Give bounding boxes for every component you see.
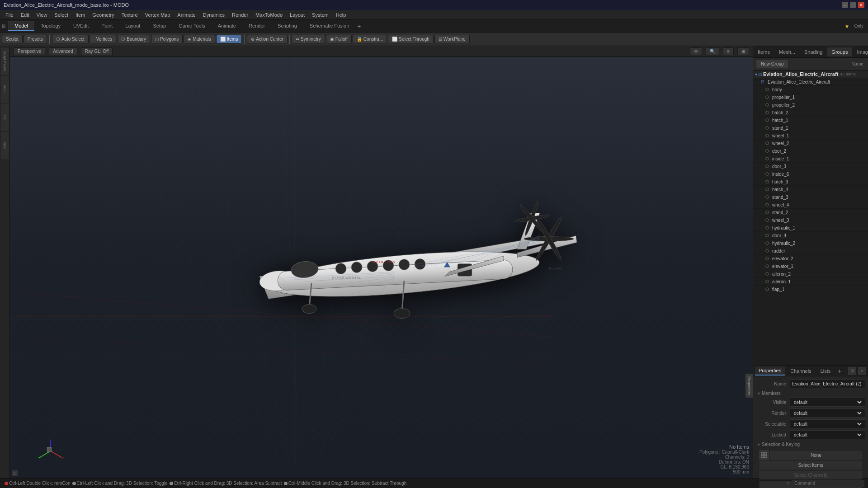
left-panel-btn-4[interactable]: View: [1, 132, 9, 159]
tab-render[interactable]: Render: [242, 21, 271, 31]
menu-geometry[interactable]: Geometry: [89, 11, 118, 19]
properties-tab-channels[interactable]: Channels: [787, 367, 815, 375]
actioncenter-button[interactable]: ⊕ Action Center: [247, 35, 288, 43]
viewport-type-button[interactable]: Perspective: [14, 47, 45, 55]
list-item[interactable]: ⬡ wheel_4: [753, 201, 868, 209]
menu-texture[interactable]: Texture: [118, 11, 142, 19]
constrain-button[interactable]: 🔒 Constra...: [353, 35, 387, 43]
viewport[interactable]: Perspective Advanced Ray GL: Off ⚙ 🔍 ≡ ⊞: [10, 46, 753, 478]
tab-topology[interactable]: Topology: [34, 21, 67, 31]
none-button[interactable]: None: [770, 451, 862, 460]
menu-edit[interactable]: Edit: [17, 11, 33, 19]
menu-vertexmap[interactable]: Vertex Map: [142, 11, 174, 19]
tab-animate[interactable]: Animate: [212, 21, 242, 31]
tab-uvedit[interactable]: UVEdit: [67, 21, 95, 31]
viewport-raygl-button[interactable]: Ray GL: Off: [81, 47, 113, 55]
properties-menu-btn[interactable]: ≡: [858, 367, 866, 375]
left-panel-btn-3[interactable]: UV: [1, 104, 9, 131]
list-item[interactable]: ⬡ rudder: [753, 247, 868, 255]
minimize-button[interactable]: ─: [842, 2, 848, 8]
list-item[interactable]: ⬡ wheel_2: [753, 140, 868, 147]
list-item[interactable]: ⬡ door_3: [753, 163, 868, 170]
properties-tab-properties[interactable]: Properties: [755, 366, 785, 375]
prop-selectable-select[interactable]: defaultonoff: [792, 421, 863, 427]
left-panel-btn-2[interactable]: Items: [1, 76, 9, 103]
list-item[interactable]: ⬡ hydraulic_1: [753, 224, 868, 232]
prop-locked-select[interactable]: defaultonoff: [792, 432, 863, 438]
symmetry-button[interactable]: ⇔ Symmetry: [292, 35, 325, 43]
selectthrough-button[interactable]: ⬜ Select Through: [388, 35, 434, 43]
list-item[interactable]: ⬡ door_4: [753, 232, 868, 239]
properties-side-tab[interactable]: Properties: [745, 374, 753, 398]
menu-layout[interactable]: Layout: [286, 11, 308, 19]
menu-render[interactable]: Render: [228, 11, 252, 19]
menu-help[interactable]: Help: [332, 11, 350, 19]
tab-scripting[interactable]: Scripting: [271, 21, 303, 31]
menu-dynamics[interactable]: Dynamics: [199, 11, 228, 19]
menu-item[interactable]: Item: [72, 11, 89, 19]
list-item[interactable]: ⬡ inside_6: [753, 170, 868, 178]
menu-maxtomodo[interactable]: MaxToModo: [252, 11, 286, 19]
select-items-button[interactable]: Select Items: [760, 461, 862, 469]
prop-visible-select[interactable]: defaultonoff: [792, 399, 863, 405]
list-item[interactable]: ⬡ elevator_1: [753, 263, 868, 270]
prop-render-value[interactable]: defaultonoff: [790, 408, 865, 418]
menu-animate[interactable]: Animate: [174, 11, 199, 19]
viewport-advanced-button[interactable]: Advanced: [49, 47, 77, 55]
list-item[interactable]: ⬡ hatch_3: [753, 178, 868, 186]
list-item[interactable]: ⬡ stand_3: [753, 193, 868, 201]
items-list[interactable]: ▾ ⊡ Eviation_Alice_Electric_Aircraft 45 …: [753, 70, 868, 365]
list-item[interactable]: ⬡ aileron_1: [753, 278, 868, 286]
add-tab-button[interactable]: +: [357, 23, 361, 30]
items-tab-shading[interactable]: Shading: [800, 47, 827, 56]
prop-name-value[interactable]: Eviation_Alice_Electric_Aircraft (2): [790, 379, 865, 388]
properties-expand-btn[interactable]: ⊞: [848, 367, 856, 375]
list-item[interactable]: ⬡ hatch_1: [753, 117, 868, 124]
workplane-button[interactable]: ⊟ WorkPlane: [434, 35, 470, 43]
presets-button[interactable]: Presets: [24, 35, 47, 43]
viewport-tool-1[interactable]: ◱: [12, 470, 18, 476]
command-input[interactable]: [792, 480, 864, 487]
tab-setup[interactable]: Setup: [146, 21, 172, 31]
tab-schematicfusion[interactable]: Schematic Fusion: [303, 21, 355, 31]
tab-paint[interactable]: Paint: [95, 21, 119, 31]
list-item[interactable]: ⬡ propeller_2: [753, 101, 868, 109]
falloff-button[interactable]: ◉ Falloff: [326, 35, 352, 43]
materials-button[interactable]: ◈ Materials: [184, 35, 215, 43]
properties-tab-lists[interactable]: Lists: [817, 367, 835, 375]
tab-layout[interactable]: Layout: [119, 21, 146, 31]
list-item[interactable]: ⬡ hatch_2: [753, 109, 868, 117]
polygons-button[interactable]: ◻ Polygons: [151, 35, 183, 43]
menu-select[interactable]: Select: [51, 11, 72, 19]
sculpt-button[interactable]: Sculpt: [2, 35, 23, 43]
items-button[interactable]: ⬜ Items: [216, 35, 242, 43]
viewport-settings-button[interactable]: ⚙: [690, 47, 702, 55]
properties-add-tab[interactable]: +: [838, 367, 841, 375]
list-item[interactable]: ⬡ flap_1: [753, 286, 868, 293]
list-item[interactable]: ⬡ stand_2: [753, 209, 868, 216]
viewport-zoom-button[interactable]: 🔍: [706, 47, 719, 55]
list-item[interactable]: ⬡ inside_1: [753, 155, 868, 163]
list-item[interactable]: ⬡ body: [753, 86, 868, 94]
items-tab-items[interactable]: Items: [753, 47, 774, 56]
items-group-header[interactable]: ▾ ⊡ Eviation_Alice_Electric_Aircraft 45 …: [753, 70, 868, 78]
close-button[interactable]: ✕: [858, 2, 864, 8]
prop-visible-value[interactable]: defaultonoff: [790, 398, 865, 407]
list-item[interactable]: ⬡ wheel_3: [753, 216, 868, 224]
list-item[interactable]: ⬡ hydraulic_2: [753, 239, 868, 247]
prop-selectable-value[interactable]: defaultonoff: [790, 419, 865, 428]
list-item[interactable]: ⬡ wheel_1: [753, 132, 868, 140]
left-panel-btn-1[interactable]: Sculpt Presets: [1, 48, 9, 75]
prop-locked-value[interactable]: defaultonoff: [790, 430, 865, 439]
menu-view[interactable]: View: [33, 11, 51, 19]
list-item[interactable]: ⬡ door_2: [753, 147, 868, 155]
new-group-button[interactable]: New Group: [756, 60, 789, 68]
items-tab-images[interactable]: Images: [852, 47, 868, 56]
viewport-menu-button[interactable]: ≡: [723, 47, 734, 55]
tab-model[interactable]: Model: [8, 21, 34, 31]
viewport-canvas[interactable]: AVIATION EXPERIMENTAL FL-NW: [10, 57, 753, 478]
list-item[interactable]: ⬡ stand_1: [753, 124, 868, 132]
prop-render-select[interactable]: defaultonoff: [792, 410, 863, 416]
list-item[interactable]: ⬡ propeller_1: [753, 94, 868, 101]
autoselect-button[interactable]: ⬡ Auto Select: [52, 35, 89, 43]
